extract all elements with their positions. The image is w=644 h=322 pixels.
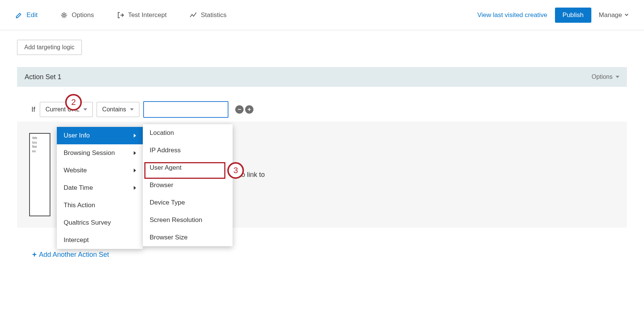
submenu-label: Screen Resolution <box>150 216 202 224</box>
menu-item-label: Browsing Session <box>64 149 115 157</box>
action-set-title: Action Set 1 <box>25 73 61 81</box>
value-input[interactable] <box>143 101 228 118</box>
top-toolbar: Edit Options Test Intercept Statistics V… <box>0 0 644 30</box>
publish-button[interactable]: Publish <box>555 8 591 23</box>
submenu-label: Browser <box>150 181 173 189</box>
arrow-right-icon <box>134 186 136 190</box>
if-label: If <box>31 106 35 114</box>
field-select[interactable]: Current URL <box>40 102 93 117</box>
view-last-creative-link[interactable]: View last visited creative <box>477 11 547 19</box>
field-submenu: Location IP Address User Agent Browser D… <box>143 124 233 246</box>
export-icon <box>117 11 124 19</box>
caret-down-icon <box>130 108 134 111</box>
menu-item-intercept[interactable]: Intercept <box>57 231 143 249</box>
submenu-item-user-agent[interactable]: User Agent <box>143 159 233 177</box>
submenu-item-browser-size[interactable]: Browser Size <box>143 229 233 246</box>
submenu-item-ip-address[interactable]: IP Address <box>143 142 233 159</box>
tab-test-label: Test Intercept <box>128 11 167 19</box>
svg-point-0 <box>63 14 65 16</box>
menu-item-label: Intercept <box>64 236 89 244</box>
manage-label: Manage <box>599 11 622 19</box>
caret-down-icon <box>83 108 87 111</box>
tab-edit-label: Edit <box>27 11 38 19</box>
pencil-icon <box>15 11 23 19</box>
plus-icon: + <box>32 250 37 259</box>
chart-line-icon <box>189 11 197 19</box>
gear-icon <box>60 11 68 19</box>
field-select-value: Current URL <box>45 106 80 113</box>
arrow-right-icon <box>134 134 136 138</box>
add-another-action-set-link[interactable]: + Add Another Action Set <box>32 250 109 259</box>
menu-item-date-time[interactable]: Date Time <box>57 179 143 197</box>
menu-item-this-action[interactable]: This Action <box>57 197 143 214</box>
tab-stats-label: Statistics <box>201 11 227 19</box>
add-targeting-logic-button[interactable]: Add targeting logic <box>17 40 82 55</box>
creative-thumbnail[interactable]: We too fee ex <box>29 133 50 216</box>
manage-dropdown[interactable]: Manage <box>599 11 629 19</box>
menu-item-qualtrics-survey[interactable]: Qualtrics Survey <box>57 214 143 231</box>
submenu-label: User Agent <box>150 164 181 172</box>
menu-item-website[interactable]: Website <box>57 162 143 179</box>
chevron-down-icon <box>624 11 629 19</box>
logic-row: If Current URL Contains − + <box>31 101 627 118</box>
thumb-line: fee <box>32 145 47 149</box>
tab-edit[interactable]: Edit <box>15 11 38 19</box>
submenu-item-device-type[interactable]: Device Type <box>143 194 233 211</box>
thumb-line: ex <box>32 149 47 154</box>
add-condition-button[interactable]: + <box>245 105 253 114</box>
tab-options-label: Options <box>72 11 94 19</box>
thumb-line: We <box>32 136 47 141</box>
arrow-right-icon <box>134 151 136 155</box>
operator-select[interactable]: Contains <box>97 102 139 117</box>
submenu-label: IP Address <box>150 147 181 154</box>
tab-statistics[interactable]: Statistics <box>189 11 227 19</box>
menu-item-label: User Info <box>64 132 90 139</box>
arrow-right-icon <box>134 169 136 172</box>
menu-item-label: Qualtrics Survey <box>64 219 111 227</box>
operator-select-value: Contains <box>102 106 126 113</box>
caret-down-icon <box>616 76 619 78</box>
action-set-options-label: Options <box>592 73 613 80</box>
submenu-label: Browser Size <box>150 234 188 241</box>
submenu-label: Device Type <box>150 199 185 206</box>
submenu-item-location[interactable]: Location <box>143 124 233 142</box>
remove-condition-button[interactable]: − <box>235 105 244 114</box>
submenu-item-browser[interactable]: Browser <box>143 177 233 194</box>
action-set-header: Action Set 1 Options <box>17 67 627 87</box>
menu-item-label: Date Time <box>64 184 93 192</box>
menu-item-browsing-session[interactable]: Browsing Session <box>57 144 143 162</box>
add-remove-controls: − + <box>235 105 253 114</box>
thumb-line: too <box>32 141 47 145</box>
add-another-label: Add Another Action Set <box>39 251 109 259</box>
action-set-options-dropdown[interactable]: Options <box>592 73 619 80</box>
tab-options[interactable]: Options <box>60 11 94 19</box>
tab-test-intercept[interactable]: Test Intercept <box>117 11 167 19</box>
submenu-item-screen-resolution[interactable]: Screen Resolution <box>143 211 233 229</box>
menu-item-label: Website <box>64 167 87 174</box>
menu-item-user-info[interactable]: User Info <box>57 127 143 144</box>
submenu-label: Location <box>150 129 174 137</box>
menu-item-label: This Action <box>64 202 95 209</box>
field-category-menu: User Info Browsing Session Website Date … <box>57 127 143 249</box>
